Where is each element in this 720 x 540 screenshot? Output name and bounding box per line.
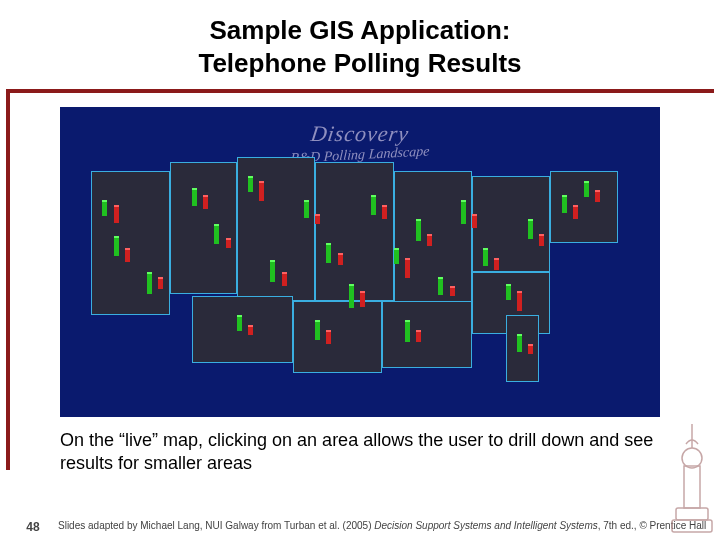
- caption-text: On the “live” map, clicking on an area a…: [0, 423, 720, 476]
- gis-map-image: Discovery R&D Polling Landscape: [60, 107, 660, 417]
- svg-rect-2: [684, 466, 700, 508]
- map-brand: Discovery: [309, 121, 411, 147]
- svg-point-3: [682, 448, 702, 468]
- credits-prefix: Slides adapted by Michael Lang, NUI Galw…: [58, 520, 374, 531]
- watermark-tower-icon: [668, 416, 716, 536]
- page-number: 48: [8, 520, 58, 534]
- slide-title: Sample GIS Application: Telephone Pollin…: [0, 0, 720, 89]
- left-stripe: [6, 90, 10, 470]
- usa-outline: [80, 152, 640, 392]
- slide: Sample GIS Application: Telephone Pollin…: [0, 0, 720, 540]
- svg-rect-0: [672, 520, 712, 532]
- svg-rect-1: [676, 508, 708, 520]
- title-line1: Sample GIS Application:: [210, 15, 511, 45]
- credits: Slides adapted by Michael Lang, NUI Galw…: [58, 520, 712, 533]
- title-line2: Telephone Polling Results: [198, 48, 521, 78]
- title-underline: [6, 89, 714, 93]
- credits-title: Decision Support Systems and Intelligent…: [374, 520, 597, 531]
- footer: 48 Slides adapted by Michael Lang, NUI G…: [0, 520, 720, 534]
